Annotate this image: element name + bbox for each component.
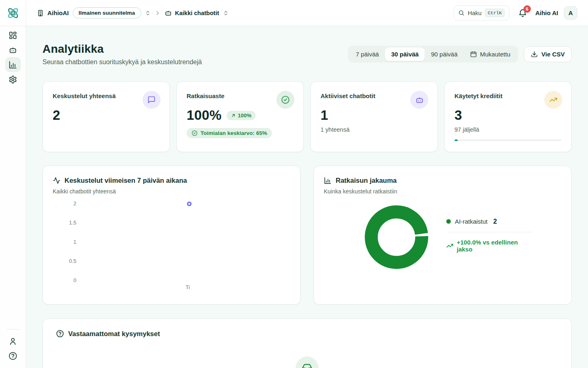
top-header: AihioAI Ilmainen suunnitelma Kaikki chat… (0, 0, 588, 26)
y-tick: 1.5 (53, 220, 76, 225)
breadcrumb-project[interactable]: Kaikki chatbotit (165, 9, 219, 17)
help-circle-icon (56, 330, 64, 338)
chevrons-up-down-icon[interactable] (223, 10, 229, 16)
header-actions: Haku CtrlK 6 Aihio AI A (454, 5, 588, 20)
sidebar-item-settings[interactable] (5, 72, 21, 87)
empty-state (56, 357, 558, 368)
sidebar (0, 26, 26, 368)
credits-progress-fill (454, 139, 458, 141)
search-input[interactable]: Haku CtrlK (454, 5, 509, 20)
sidebar-item-account[interactable] (5, 334, 21, 348)
stat-subtext: 97 jäljellä (454, 126, 561, 133)
building-icon (37, 9, 44, 17)
page-header: Analytiikka Seuraa chatbottien suoritusk… (42, 43, 572, 66)
chart-subtitle: Kuinka keskustelut ratkaistiin (324, 188, 561, 195)
avatar[interactable]: A (564, 6, 577, 20)
x-tick: Ti (185, 284, 189, 290)
stat-card-active-chatbots: Aktiiviset chatbotit 1 1 yhteensä (310, 81, 438, 152)
export-csv-button[interactable]: Vie CSV (524, 46, 572, 62)
circle-check-icon (192, 130, 198, 136)
chart-title: Ratkaisun jakauma (336, 177, 396, 184)
stats-grid: Keskustelut yhteensä 2 Ratkaisuaste 100% (42, 81, 572, 152)
notifications-button[interactable]: 6 (518, 9, 527, 18)
legend-label: AI-ratkaistut (455, 218, 488, 225)
chevrons-up-down-icon[interactable] (145, 10, 151, 16)
message-square-icon (147, 96, 156, 104)
sidebar-item-analytics[interactable] (5, 57, 21, 72)
time-range-segmented-control: 7 päivää 30 päivää 90 päivää Mukautettu (348, 46, 518, 63)
page-controls: 7 päivää 30 päivää 90 päivää Mukautettu … (348, 46, 572, 63)
card-header: Vastaamattomat kysymykset (56, 330, 558, 338)
chart-title: Keskustelut viimeisen 7 päivän aikana (65, 177, 187, 184)
inbox-icon (302, 363, 312, 368)
time-range-7d-button[interactable]: 7 päivää (350, 47, 385, 61)
card-title: Vastaamattomat kysymykset (68, 330, 160, 338)
stat-icon-wrap (143, 91, 160, 109)
arrow-up-right-icon (231, 113, 236, 118)
stat-card-credits: Käytetyt krediitit 3 97 jäljellä (444, 81, 572, 152)
y-axis-ticks: 2 1.5 1 0.5 0 (53, 201, 76, 283)
y-tick: 0 (53, 278, 76, 283)
plan-badge[interactable]: Ilmainen suunnitelma (73, 7, 141, 18)
bar-chart-icon (324, 177, 332, 184)
donut-chart (363, 204, 430, 271)
plot-region: Ti (80, 201, 286, 283)
unanswered-questions-card: Vastaamattomat kysymykset (42, 319, 572, 368)
time-range-90d-button[interactable]: 90 päivää (425, 47, 463, 61)
main-content: Analytiikka Seuraa chatbottien suoritusk… (26, 26, 588, 368)
line-chart-plot-area: 2 1.5 1 0.5 0 Ti (53, 201, 290, 289)
trending-up-icon (549, 96, 557, 104)
charts-grid: Keskustelut viimeisen 7 päivän aikana Ka… (42, 166, 572, 305)
stat-value-row: 100% 100% (187, 108, 294, 123)
breadcrumb: AihioAI Ilmainen suunnitelma Kaikki chat… (26, 7, 229, 18)
stat-value: 2 (53, 108, 160, 123)
chart-header: Keskustelut viimeisen 7 päivän aikana (53, 177, 290, 184)
bot-icon (165, 9, 172, 17)
donut-legend: AI-ratkaistut 2 +100.0% vs edellinen jak… (446, 218, 533, 253)
trend-badge: 100% (227, 111, 256, 120)
export-csv-label: Vie CSV (541, 51, 565, 58)
activity-icon (53, 177, 60, 184)
data-point-marker[interactable] (187, 202, 192, 206)
benchmark-badge: Toimialan keskiarvo: 65% (187, 128, 272, 138)
time-range-custom-button[interactable]: Mukautettu (464, 47, 517, 61)
benchmark-label: Toimialan keskiarvo: 65% (200, 130, 267, 136)
chart-subtitle: Kaikki chatbotit yhteensä (53, 188, 290, 195)
comparison-note: +100.0% vs edellinen jakso (446, 239, 533, 253)
sidebar-item-dashboard[interactable] (5, 28, 21, 43)
download-icon (531, 51, 538, 58)
sidebar-item-chatbots[interactable] (5, 43, 21, 57)
conversations-line-chart-card: Keskustelut viimeisen 7 päivän aikana Ka… (42, 166, 301, 305)
stat-card-conversations: Keskustelut yhteensä 2 (42, 81, 170, 152)
trend-badge-value: 100% (238, 112, 252, 119)
sidebar-item-help[interactable] (5, 348, 21, 363)
legend-divider (446, 232, 533, 232)
page-title: Analytiikka (42, 43, 202, 56)
stat-icon-wrap (410, 91, 428, 109)
user-icon (9, 337, 17, 346)
search-shortcut-kbd: CtrlK (485, 9, 505, 17)
time-range-custom-label: Mukautettu (480, 51, 510, 58)
breadcrumb-org[interactable]: AihioAI (37, 9, 69, 17)
stat-value: 1 (321, 108, 428, 123)
stat-subtext: 1 yhteensä (321, 126, 428, 133)
search-icon (458, 9, 465, 16)
atom-logo-icon (6, 6, 20, 20)
bot-icon (9, 46, 17, 54)
calendar-icon (470, 51, 477, 58)
notification-count-badge: 6 (523, 5, 531, 13)
time-range-30d-button[interactable]: 30 päivää (385, 47, 425, 61)
breadcrumb-project-label: Kaikki chatbotit (175, 10, 219, 16)
gear-icon (9, 75, 17, 84)
donut-chart-body: AI-ratkaistut 2 +100.0% vs edellinen jak… (324, 197, 561, 271)
help-circle-icon (9, 352, 17, 360)
resolution-donut-chart-card: Ratkaisun jakauma Kuinka keskustelut rat… (314, 166, 572, 305)
credits-progress-track (454, 139, 561, 141)
empty-state-icon-circle (296, 357, 318, 368)
page-subtitle: Seuraa chatbottien suorituskykyä ja kesk… (42, 58, 202, 66)
sidebar-divider (7, 329, 19, 330)
check-circle-icon (281, 95, 290, 104)
app-logo[interactable] (0, 0, 26, 26)
search-placeholder: Haku (468, 10, 482, 16)
stat-card-resolution-rate: Ratkaisuaste 100% 100% Toimi (176, 81, 304, 152)
